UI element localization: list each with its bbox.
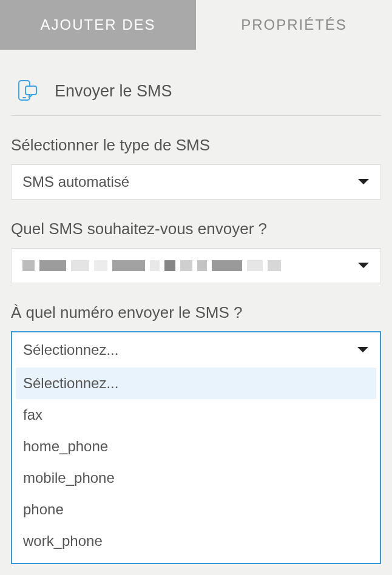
redacted-block	[39, 260, 66, 271]
select-which-sms[interactable]	[11, 248, 381, 283]
select-sms-type-value: SMS automatisé	[22, 173, 129, 190]
select-sms-type[interactable]: SMS automatisé	[11, 164, 381, 200]
option-placeholder[interactable]: Sélectionnez...	[16, 368, 376, 399]
option-phone[interactable]: phone	[16, 494, 376, 525]
select-number-options: Sélectionnez... fax home_phone mobile_ph…	[12, 368, 380, 563]
group-sms-type: Sélectionner le type de SMS SMS automati…	[11, 135, 381, 200]
option-mobile-phone[interactable]: mobile_phone	[16, 462, 376, 494]
chevron-down-icon	[357, 346, 369, 354]
sms-phone-icon	[17, 80, 38, 102]
redacted-block	[197, 260, 207, 271]
label-sms-type: Sélectionner le type de SMS	[11, 135, 381, 156]
option-label: phone	[23, 501, 64, 518]
option-work-phone[interactable]: work_phone	[16, 525, 376, 557]
section-header: Envoyer le SMS	[11, 50, 381, 116]
option-home-phone[interactable]: home_phone	[16, 431, 376, 462]
tab-properties-label: PROPRIÉTÉS	[241, 16, 347, 33]
select-number[interactable]: Sélectionnez... Sélectionnez... fax home…	[11, 331, 381, 564]
redacted-block	[268, 260, 281, 271]
svg-rect-1	[22, 97, 26, 98]
group-which-sms: Quel SMS souhaitez-vous envoyer ?	[11, 219, 381, 283]
redacted-block	[150, 260, 160, 271]
option-label: fax	[23, 406, 42, 423]
label-which-sms: Quel SMS souhaitez-vous envoyer ?	[11, 219, 381, 240]
tab-add[interactable]: AJOUTER DES	[0, 0, 196, 50]
redacted-block	[71, 260, 89, 271]
option-label: mobile_phone	[23, 469, 115, 486]
tab-add-label: AJOUTER DES	[40, 16, 155, 33]
redacted-block	[247, 260, 263, 271]
redacted-block	[180, 260, 192, 271]
option-label: Sélectionnez...	[23, 375, 118, 392]
redacted-block	[164, 260, 175, 271]
section-title: Envoyer le SMS	[55, 82, 172, 101]
chevron-down-icon	[357, 262, 370, 269]
chevron-down-icon	[357, 178, 370, 186]
option-fax[interactable]: fax	[16, 399, 376, 431]
svg-rect-2	[25, 86, 36, 95]
option-label: home_phone	[23, 438, 108, 455]
tab-properties[interactable]: PROPRIÉTÉS	[196, 0, 392, 50]
option-label: work_phone	[23, 533, 103, 550]
redacted-block	[22, 260, 35, 271]
redacted-block	[94, 260, 107, 271]
tabs: AJOUTER DES PROPRIÉTÉS	[0, 0, 392, 50]
panel: Envoyer le SMS Sélectionner le type de S…	[0, 50, 392, 564]
redacted-block	[112, 260, 145, 271]
redacted-block	[212, 260, 242, 271]
select-number-value: Sélectionnez...	[23, 341, 118, 358]
redacted-value	[22, 260, 370, 271]
group-number: À quel numéro envoyer le SMS ? Sélection…	[11, 303, 381, 565]
label-number: À quel numéro envoyer le SMS ?	[11, 303, 381, 323]
select-number-selected[interactable]: Sélectionnez...	[12, 332, 380, 368]
